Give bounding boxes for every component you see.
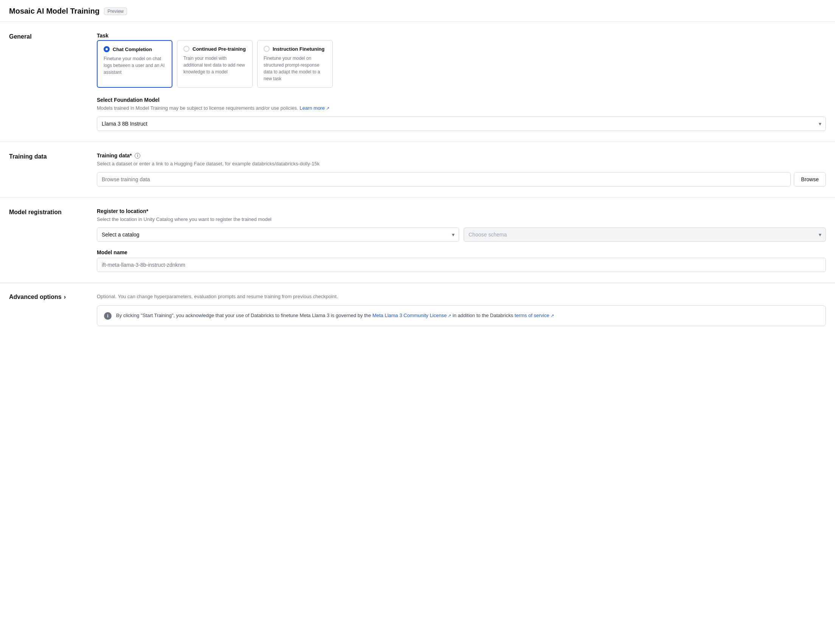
task-card-desc-finetuning: Finetune your model on structured prompt… xyxy=(263,55,327,82)
training-data-desc: Select a dataset or enter a link to a Hu… xyxy=(97,160,826,168)
advanced-options-chevron[interactable]: › xyxy=(64,294,66,301)
schema-select[interactable]: Choose schema xyxy=(464,228,826,242)
advanced-options-label: Advanced options xyxy=(9,294,62,301)
learn-more-link[interactable]: Learn more xyxy=(299,104,329,112)
schema-select-wrapper: Choose schema xyxy=(464,228,826,242)
task-card-header-3: Instruction Finetuning xyxy=(263,46,327,52)
general-section-label: General xyxy=(9,33,85,131)
register-location-label: Register to location* xyxy=(97,208,826,214)
radio-continued-pretraining xyxy=(184,46,190,52)
general-content: Task Chat Completion Finetune your model… xyxy=(97,33,826,131)
catalog-schema-row: Select a catalog Choose schema xyxy=(97,228,826,242)
browse-button[interactable]: Browse xyxy=(794,172,826,187)
task-card-title-chat: Chat Completion xyxy=(113,47,152,52)
model-name-label: Model name xyxy=(97,249,826,255)
advanced-options-section: Advanced options › Optional. You can cha… xyxy=(0,283,835,337)
task-cards: Chat Completion Finetune your model on c… xyxy=(97,40,826,88)
meta-llama-license-link[interactable]: Meta Llama 3 Community License xyxy=(372,312,452,320)
foundation-model-label: Select Foundation Model xyxy=(97,97,826,103)
radio-chat-completion xyxy=(104,46,110,52)
training-data-section: Training data Training data* i Select a … xyxy=(0,142,835,197)
page-header: Mosaic AI Model Training Preview xyxy=(0,0,835,22)
terms-of-service-link[interactable]: terms of service xyxy=(515,312,554,320)
page-title: Mosaic AI Model Training xyxy=(9,7,99,16)
task-card-continued-pretraining[interactable]: Continued Pre-training Train your model … xyxy=(177,40,253,88)
task-label: Task xyxy=(97,33,826,39)
catalog-select[interactable]: Select a catalog xyxy=(97,228,459,242)
radio-instruction-finetuning xyxy=(263,46,270,52)
info-box: i By clicking "Start Training", you ackn… xyxy=(97,305,826,326)
advanced-options-optional-text: Optional. You can change hyperparameters… xyxy=(97,294,826,299)
catalog-select-wrapper: Select a catalog xyxy=(97,228,459,242)
model-registration-section-label: Model registration xyxy=(9,208,85,272)
task-card-title-pretraining: Continued Pre-training xyxy=(192,46,246,52)
training-data-label: Training data* i xyxy=(97,153,826,159)
model-name-wrapper xyxy=(97,258,826,272)
task-card-desc-chat: Finetune your model on chat logs between… xyxy=(104,55,166,76)
model-registration-section: Model registration Register to location*… xyxy=(0,197,835,283)
info-box-icon: i xyxy=(104,312,112,320)
advanced-options-content: Optional. You can change hyperparameters… xyxy=(97,294,826,326)
training-data-section-label: Training data xyxy=(9,153,85,187)
model-name-input[interactable] xyxy=(97,258,826,272)
task-card-chat-completion[interactable]: Chat Completion Finetune your model on c… xyxy=(97,40,172,88)
training-data-input[interactable] xyxy=(97,172,791,187)
task-card-header: Chat Completion xyxy=(104,46,166,52)
browse-row: Browse xyxy=(97,172,826,187)
foundation-model-select[interactable]: Llama 3 8B Instruct Llama 3 70B Instruct… xyxy=(97,117,826,131)
info-box-text: By clicking "Start Training", you acknow… xyxy=(116,312,554,320)
training-data-info-icon[interactable]: i xyxy=(135,153,140,159)
task-card-instruction-finetuning[interactable]: Instruction Finetuning Finetune your mod… xyxy=(257,40,333,88)
model-registration-content: Register to location* Select the locatio… xyxy=(97,208,826,272)
general-section: General Task Chat Completion Finetune yo… xyxy=(0,22,835,142)
foundation-model-desc: Models trained in Model Training may be … xyxy=(97,104,826,112)
task-card-header-2: Continued Pre-training xyxy=(184,46,246,52)
preview-badge: Preview xyxy=(104,8,127,15)
training-data-content: Training data* i Select a dataset or ent… xyxy=(97,153,826,187)
task-card-desc-pretraining: Train your model with additional text da… xyxy=(184,55,246,75)
task-card-title-finetuning: Instruction Finetuning xyxy=(273,46,325,52)
register-location-desc: Select the location in Unity Catalog whe… xyxy=(97,216,826,223)
advanced-options-label-container: Advanced options › xyxy=(9,294,85,326)
foundation-model-select-wrapper: Llama 3 8B Instruct Llama 3 70B Instruct… xyxy=(97,117,826,131)
